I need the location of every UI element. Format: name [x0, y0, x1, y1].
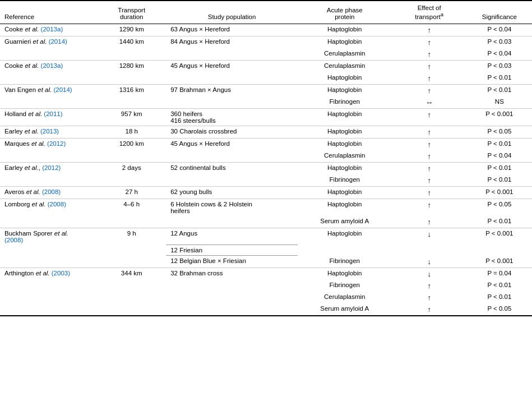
cell-population: 30 Charolais crossbred: [166, 126, 298, 138]
cell-population: [166, 292, 298, 303]
cell-population: [166, 216, 298, 228]
table-row: Fibrinogen↑P < 0.01: [0, 174, 532, 187]
cell-reference: [0, 96, 97, 109]
cell-reference: Cooke et al. (2013a): [0, 60, 97, 72]
cell-significance: P < 0.05: [467, 199, 532, 216]
cell-protein: Serum amyloid A: [298, 303, 392, 316]
cell-population: 32 Brahman cross: [166, 268, 298, 280]
cell-reference: Earley et al. (2013): [0, 126, 97, 138]
cell-significance: P < 0.001: [467, 256, 532, 268]
table-row: Cerulaplasmin↑P < 0.01: [0, 292, 532, 303]
cell-effect: ↑: [392, 216, 467, 228]
cell-significance: P < 0.01: [467, 84, 532, 96]
cell-reference: [0, 256, 97, 268]
cell-transport: [97, 245, 166, 256]
cell-significance: P < 0.01: [467, 216, 532, 228]
table-row: 12 Friesian: [0, 245, 532, 256]
data-table: Reference Transportduration Study popula…: [0, 0, 532, 316]
cell-reference: Lomborg et al. (2008): [0, 199, 97, 216]
cell-population: 12 Angus: [166, 228, 298, 245]
cell-transport: [97, 96, 166, 109]
cell-effect: ↑: [392, 72, 467, 85]
cell-reference: Buckham Sporer et al.(2008): [0, 228, 97, 245]
cell-protein: Haptoglobin: [298, 199, 392, 216]
cell-reference: Van Engen et al. (2014): [0, 84, 97, 96]
cell-transport: [97, 303, 166, 316]
cell-transport: 1200 km: [97, 138, 166, 150]
cell-reference: [0, 174, 97, 187]
cell-significance: P < 0.01: [467, 174, 532, 187]
cell-significance: P < 0.03: [467, 36, 532, 48]
cell-effect: ↑: [392, 126, 467, 138]
col-protein: Acute phaseprotein: [298, 1, 392, 24]
cell-effect: ↔: [392, 96, 467, 109]
cell-significance: P < 0.01: [467, 292, 532, 303]
table-row: Fibrinogen↑P < 0.01: [0, 280, 532, 292]
cell-significance: P < 0.01: [467, 72, 532, 85]
cell-reference: [0, 72, 97, 85]
cell-population: [166, 174, 298, 187]
header-row: Reference Transportduration Study popula…: [0, 1, 532, 24]
cell-transport: 957 km: [97, 108, 166, 126]
cell-protein: Haptoglobin: [298, 84, 392, 96]
cell-significance: P < 0.04: [467, 24, 532, 36]
cell-significance: P < 0.04: [467, 150, 532, 163]
cell-reference: [0, 245, 97, 256]
table-row: Buckham Sporer et al.(2008)9 h12 AngusHa…: [0, 228, 532, 245]
cell-population: [166, 48, 298, 61]
table-row: Guarnieri et al. (2014)1440 km84 Angus ×…: [0, 36, 532, 48]
cell-population: 45 Angus × Hereford: [166, 60, 298, 72]
cell-reference: Marques et al. (2012): [0, 138, 97, 150]
table-row: Fibrinogen↔NS: [0, 96, 532, 109]
cell-effect: ↑: [392, 36, 467, 48]
cell-effect: ↑: [392, 292, 467, 303]
cell-effect: ↑: [392, 24, 467, 36]
cell-significance: P < 0.01: [467, 280, 532, 292]
cell-protein: Cerulaplasmin: [298, 60, 392, 72]
cell-protein: Haptoglobin: [298, 162, 392, 174]
cell-transport: 344 km: [97, 268, 166, 280]
cell-effect: ↑: [392, 48, 467, 61]
cell-effect: ↑: [392, 138, 467, 150]
cell-effect: ↓: [392, 256, 467, 268]
cell-protein: Haptoglobin: [298, 36, 392, 48]
table-container: Reference Transportduration Study popula…: [0, 0, 532, 316]
table-row: Haptoglobin↑P < 0.01: [0, 72, 532, 85]
cell-significance: P < 0.001: [467, 108, 532, 126]
cell-population: [166, 280, 298, 292]
cell-significance: P < 0.001: [467, 228, 532, 245]
cell-reference: [0, 292, 97, 303]
cell-significance: P < 0.001: [467, 186, 532, 199]
cell-transport: 1316 km: [97, 84, 166, 96]
cell-protein: Haptoglobin: [298, 228, 392, 245]
cell-protein: Serum amyloid A: [298, 216, 392, 228]
cell-population: 360 heifers416 steers/bulls: [166, 108, 298, 126]
cell-protein: Cerulaplasmin: [298, 292, 392, 303]
cell-protein: Haptoglobin: [298, 72, 392, 85]
cell-population: 97 Brahman × Angus: [166, 84, 298, 96]
cell-protein: Haptoglobin: [298, 108, 392, 126]
cell-transport: [97, 48, 166, 61]
cell-population: [166, 150, 298, 163]
cell-transport: 27 h: [97, 186, 166, 199]
cell-protein: Haptoglobin: [298, 268, 392, 280]
cell-significance: P < 0.05: [467, 303, 532, 316]
table-row: Cooke et al. (2013a)1280 km45 Angus × He…: [0, 60, 532, 72]
cell-population: 84 Angus × Hereford: [166, 36, 298, 48]
cell-effect: ↑: [392, 60, 467, 72]
cell-population: 6 Holstein cows & 2 Holsteinheifers: [166, 199, 298, 216]
cell-protein: Cerulaplasmin: [298, 150, 392, 163]
cell-effect: ↑: [392, 84, 467, 96]
cell-reference: Averos et al. (2008): [0, 186, 97, 199]
cell-transport: 1290 km: [97, 24, 166, 36]
table-row: Van Engen et al. (2014)1316 km97 Brahman…: [0, 84, 532, 96]
cell-reference: [0, 48, 97, 61]
cell-transport: [97, 174, 166, 187]
cell-effect: ↑: [392, 174, 467, 187]
cell-reference: [0, 150, 97, 163]
table-row: Earley et al., (2012)2 days52 continenta…: [0, 162, 532, 174]
col-effect: Effect oftransporta: [392, 1, 467, 24]
table-row: Serum amyloid A↑P < 0.01: [0, 216, 532, 228]
cell-protein: Haptoglobin: [298, 126, 392, 138]
cell-protein: Fibrinogen: [298, 280, 392, 292]
